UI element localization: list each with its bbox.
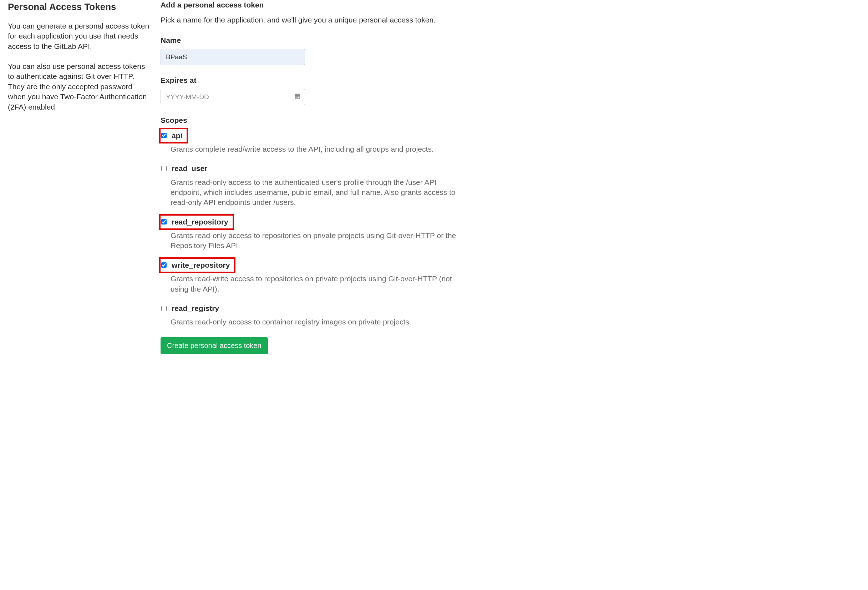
scope-item-read_user: read_userGrants read-only access to the … (161, 162, 462, 207)
scope-checkbox-api[interactable] (161, 133, 167, 138)
create-token-button[interactable]: Create personal access token (161, 337, 268, 354)
scope-item-write_repository: write_repositoryGrants read-write access… (161, 259, 462, 294)
sidebar-paragraph: You can also use personal access tokens … (8, 61, 152, 112)
sidebar-description: Personal Access Tokens You can generate … (8, 0, 152, 354)
page-title: Personal Access Tokens (8, 1, 152, 13)
name-label: Name (161, 35, 466, 45)
scope-checkbox-write_repository[interactable] (161, 262, 167, 268)
scope-desc-write_repository: Grants read-write access to repositories… (171, 274, 462, 294)
scope-item-read_registry: read_registryGrants read-only access to … (161, 302, 462, 327)
scope-checkbox-read_registry[interactable] (161, 306, 167, 311)
scope-head-read_user[interactable]: read_user (161, 162, 211, 175)
scope-head-read_repository[interactable]: read_repository (161, 216, 233, 228)
scope-desc-api: Grants complete read/write access to the… (171, 144, 462, 154)
scope-checkbox-read_repository[interactable] (161, 219, 167, 225)
scope-head-api[interactable]: api (161, 129, 187, 142)
scopes-list: apiGrants complete read/write access to … (161, 129, 462, 327)
scope-desc-read_repository: Grants read-only access to repositories … (171, 231, 462, 251)
scope-item-read_repository: read_repositoryGrants read-only access t… (161, 216, 462, 251)
expires-input[interactable] (161, 89, 305, 105)
token-form: Add a personal access token Pick a name … (161, 0, 466, 354)
scope-checkbox-read_user[interactable] (161, 166, 167, 172)
scope-desc-read_user: Grants read-only access to the authentic… (171, 177, 462, 208)
sidebar-paragraph: You can generate a personal access token… (8, 21, 152, 52)
scope-head-read_registry[interactable]: read_registry (161, 302, 223, 315)
scope-label-read_repository: read_repository (171, 217, 228, 227)
scope-label-api: api (171, 131, 182, 140)
expires-label: Expires at (161, 75, 466, 85)
scope-item-api: apiGrants complete read/write access to … (161, 129, 462, 155)
scope-label-write_repository: write_repository (171, 260, 230, 270)
scope-label-read_user: read_user (171, 163, 207, 173)
scope-label-read_registry: read_registry (171, 303, 219, 313)
scope-desc-read_registry: Grants read-only access to container reg… (171, 317, 462, 327)
scopes-label: Scopes (161, 115, 466, 125)
name-input[interactable] (161, 49, 305, 65)
form-heading: Add a personal access token (161, 0, 466, 10)
form-subtext: Pick a name for the application, and we'… (161, 15, 466, 25)
scope-head-write_repository[interactable]: write_repository (161, 259, 234, 272)
